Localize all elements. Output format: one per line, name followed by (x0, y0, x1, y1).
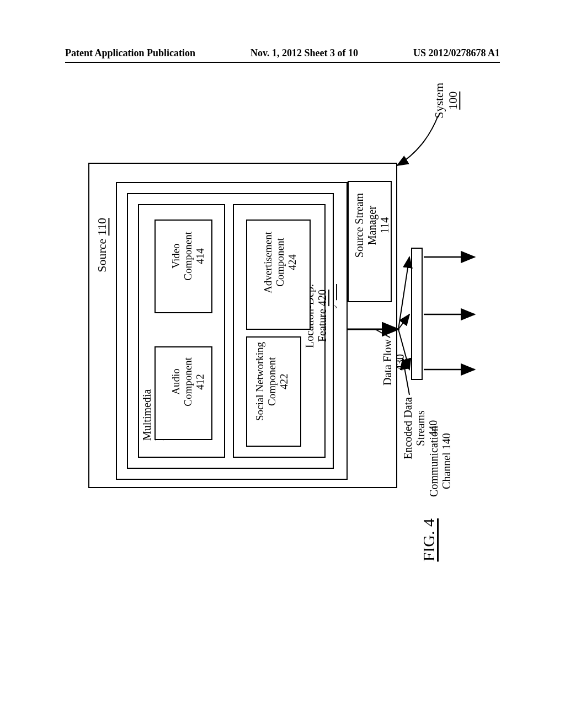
svg-line-2 (375, 329, 390, 338)
diagram: System 100 Source 110 Memory 112 Applica… (88, 83, 497, 634)
header-center: Nov. 1, 2012 Sheet 3 of 10 (250, 47, 358, 59)
svg-line-3 (398, 257, 409, 329)
header-rule (65, 62, 500, 63)
arrows (88, 83, 497, 634)
header-left: Patent Application Publication (65, 47, 195, 59)
page-header: Patent Application Publication Nov. 1, 2… (0, 47, 565, 59)
header-right: US 2012/0278678 A1 (413, 47, 500, 59)
